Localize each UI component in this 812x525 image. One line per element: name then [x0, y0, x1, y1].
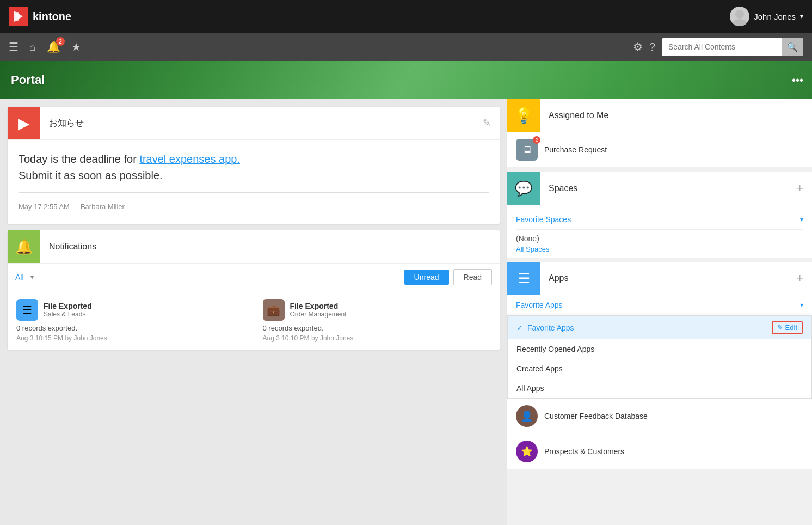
dropdown-item-label-created: Created Apps [516, 364, 563, 373]
announcement-meta: May 17 2:55 AM Barbara Miller [19, 198, 489, 218]
search-box[interactable]: 🔍 [662, 38, 803, 56]
portal-banner: Portal ••• [0, 61, 812, 99]
user-info[interactable]: John Jones ▾ [730, 7, 803, 26]
navbar2-right: ⚙ ? 🔍 [633, 38, 803, 56]
apps-dropdown-bar[interactable]: Favorite Apps ▾ [507, 295, 812, 315]
edit-label: Edit [785, 323, 797, 332]
logo-text: kintone [33, 10, 71, 23]
topbar-right: John Jones ▾ [730, 7, 803, 26]
apps-dropdown-arrow-icon: ▾ [800, 301, 803, 309]
dropdown-menu-item-all[interactable]: All Apps [508, 379, 811, 398]
announcement-body-line1: Today is the deadline for [19, 153, 139, 165]
gear-icon[interactable]: ⚙ [633, 40, 643, 53]
edit-button[interactable]: ✎ Edit [772, 321, 803, 334]
dropdown-menu-item-recent[interactable]: Recently Opened Apps [508, 339, 811, 359]
announcement-link[interactable]: travel expenses app. [139, 153, 240, 165]
apps-add-icon[interactable]: + [796, 271, 812, 285]
apps-content: Favorite Apps ▾ ✓ Favorite Apps ✎ Edit [507, 295, 812, 469]
assigned-app-name: Purchase Request [544, 145, 607, 154]
app-avatar-1: 👤 [516, 405, 538, 427]
banner-background [0, 61, 812, 99]
assigned-item[interactable]: 🖥 2 Purchase Request [507, 132, 812, 168]
search-button[interactable]: 🔍 [782, 38, 803, 56]
portal-options-icon[interactable]: ••• [792, 74, 803, 87]
assigned-section-title: Assigned to Me [540, 111, 812, 120]
notif-app-icon-symbol-2: 💼 [267, 303, 280, 316]
kintone-logo[interactable]: kintone [9, 7, 71, 26]
search-input[interactable] [662, 39, 782, 54]
home-icon[interactable]: ⌂ [29, 41, 36, 53]
app-avatar-icon-2: ⭐ [521, 445, 533, 457]
secondary-navbar: ☰ ⌂ 🔔 2 ★ ⚙ ? 🔍 [0, 33, 812, 61]
assigned-to-me-section: 💡 Assigned to Me 🖥 2 Purchase Request [507, 99, 812, 168]
notifications-filter-bar: All ▾ Unread Read [8, 264, 500, 291]
apps-section-header: ☰ Apps + [507, 262, 812, 295]
assigned-app-icon: 🖥 2 [516, 139, 538, 161]
spaces-none-text: (None) [516, 230, 803, 245]
announcement-card: ▶ お知らせ ✎ Today is the deadline for trave… [8, 107, 500, 224]
notifications-card: 🔔 Notifications All ▾ Unread Read ☰ [8, 230, 500, 350]
apps-section-title: Apps [540, 273, 796, 283]
assigned-icon-box: 💡 [507, 99, 540, 132]
notif-meta-2: Aug 3 10:10 PM by John Jones [263, 334, 491, 342]
notif-app-icon-2: 💼 [263, 299, 285, 321]
chevron-down-icon[interactable]: ▾ [800, 13, 803, 20]
svg-point-4 [732, 19, 747, 26]
notif-app-icon-symbol-1: ☰ [22, 303, 32, 316]
bulb-icon: 💡 [514, 107, 533, 125]
notif-app-icon-1: ☰ [16, 299, 38, 321]
btn-read[interactable]: Read [453, 269, 492, 285]
notif-title-2: File Exported [290, 302, 347, 310]
checkmark-icon: ✓ [516, 323, 523, 332]
dropdown-menu-item-created[interactable]: Created Apps [508, 359, 811, 379]
apps-grid-icon: ☰ [518, 270, 530, 287]
favorite-spaces-dropdown[interactable]: Favorite Spaces ▾ [516, 210, 803, 230]
notif-item-header-1: ☰ File Exported Sales & Leads [16, 299, 245, 321]
app-list-item-1[interactable]: 👤 Customer Feedback Database [507, 399, 812, 434]
dropdown-menu-item-favorite[interactable]: ✓ Favorite Apps ✎ Edit [508, 316, 811, 339]
spaces-chat-icon: 💬 [515, 180, 532, 197]
assigned-section-header: 💡 Assigned to Me [507, 99, 812, 132]
avatar [730, 7, 749, 26]
spaces-add-icon[interactable]: + [796, 181, 812, 196]
filter-all[interactable]: All [15, 273, 24, 282]
star-icon[interactable]: ★ [71, 40, 81, 53]
apps-section: ☰ Apps + Favorite Apps ▾ ✓ Favorite Apps [507, 262, 812, 469]
assigned-badge: 2 [533, 136, 540, 144]
announcement-edit-icon[interactable]: ✎ [483, 117, 500, 129]
right-panel: 💡 Assigned to Me 🖥 2 Purchase Request 💬 … [507, 99, 812, 525]
notification-item: ☰ File Exported Sales & Leads 0 records … [8, 291, 254, 350]
app-list-item-2[interactable]: ⭐ Prospects & Customers [507, 434, 812, 469]
notification-item-2: 💼 File Exported Order Management 0 recor… [254, 291, 500, 350]
announcement-author: Barbara Miller [81, 203, 125, 211]
announcement-icon: ▶ [18, 114, 30, 132]
bell-icon[interactable]: 🔔 2 [47, 40, 60, 53]
notifications-icon-box: 🔔 [8, 230, 40, 263]
announcement-body-line2: Submit it as soon as possible. [19, 169, 163, 181]
favorite-spaces-label: Favorite Spaces [516, 215, 571, 224]
announcement-icon-box: ▶ [8, 107, 40, 139]
filter-dropdown-icon[interactable]: ▾ [30, 273, 34, 281]
spaces-section-title: Spaces [540, 184, 796, 193]
dropdown-item-label-all: All Apps [516, 384, 544, 393]
notif-desc-1: 0 records exported. [16, 324, 245, 332]
app-avatar-2: ⭐ [516, 441, 538, 462]
notif-app-name-1: Sales & Leads [44, 310, 92, 318]
page-title: Portal [11, 73, 45, 87]
notifications-header: 🔔 Notifications [8, 230, 500, 264]
notif-item-info-2: File Exported Order Management [290, 302, 347, 318]
app-name-2: Prospects & Customers [544, 447, 624, 456]
pencil-icon: ✎ [777, 323, 783, 332]
kintone-logo-icon [9, 7, 28, 26]
topbar-left: kintone [9, 7, 71, 26]
notif-desc-2: 0 records exported. [263, 324, 491, 332]
notification-badge: 2 [56, 37, 65, 46]
announcement-title: お知らせ [40, 118, 483, 129]
left-panel: ▶ お知らせ ✎ Today is the deadline for trave… [0, 99, 507, 525]
apps-icon-box: ☰ [507, 262, 540, 295]
btn-unread[interactable]: Unread [404, 270, 449, 285]
help-icon[interactable]: ? [649, 41, 655, 53]
all-spaces-link[interactable]: All Spaces [516, 245, 803, 253]
spaces-section: 💬 Spaces + Favorite Spaces ▾ (None) All … [507, 172, 812, 258]
menu-icon[interactable]: ☰ [9, 40, 19, 53]
